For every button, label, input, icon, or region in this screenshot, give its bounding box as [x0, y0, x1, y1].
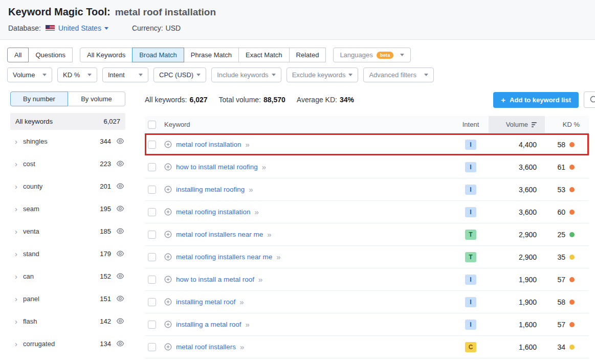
eye-icon[interactable]	[116, 204, 124, 213]
database-selector[interactable]: United States	[58, 24, 108, 32]
filter-dropdown[interactable]: Advanced filters	[363, 67, 434, 82]
kd-difficulty-dot	[569, 322, 575, 327]
row-checkbox[interactable]	[148, 276, 156, 284]
add-keyword-icon[interactable]	[164, 276, 172, 283]
row-checkbox[interactable]	[148, 231, 156, 239]
expand-arrows-icon[interactable]: »	[255, 208, 259, 216]
filter-dropdown[interactable]: Exclude keywords	[287, 67, 359, 82]
add-keyword-icon[interactable]	[164, 208, 172, 216]
expand-arrows-icon[interactable]: »	[258, 276, 262, 283]
keyword-group-item[interactable]: › stand 179	[10, 242, 125, 265]
row-checkbox[interactable]	[148, 321, 156, 329]
keyword-group-item[interactable]: › corrugated 134	[10, 332, 125, 355]
keyword-link[interactable]: how to install metal roofing	[176, 163, 258, 171]
keyword-group-item[interactable]: › cost 223	[10, 152, 125, 175]
eye-icon[interactable]	[116, 227, 124, 235]
expand-arrows-icon[interactable]: »	[276, 253, 280, 261]
match-type-tab[interactable]: All Keywords	[80, 48, 133, 62]
keyword-link[interactable]: metal roof installers	[176, 343, 236, 351]
row-checkbox[interactable]	[148, 186, 156, 194]
keyword-link[interactable]: installing metal roof	[176, 298, 235, 306]
filter-dropdown[interactable]: Volume	[7, 67, 52, 82]
match-type-tab-label: Exact Match	[246, 51, 282, 59]
keyword-link[interactable]: metal roof installation	[176, 141, 241, 148]
eye-icon[interactable]	[116, 317, 124, 325]
add-keyword-icon[interactable]	[164, 141, 172, 148]
filter-dropdown-label: Intent	[108, 71, 125, 79]
add-keyword-icon[interactable]	[164, 298, 172, 306]
keyword-cell: how to install metal roofing »	[164, 163, 453, 171]
kd-column-header[interactable]: KD %	[545, 121, 589, 128]
keyword-link[interactable]: metal roofing installers near me	[176, 253, 272, 261]
keyword-link[interactable]: installing a metal roof	[176, 321, 241, 328]
keyword-group-count: 195	[97, 205, 111, 213]
expand-arrows-icon[interactable]: »	[267, 231, 271, 238]
refresh-button[interactable]	[584, 92, 595, 108]
eye-icon[interactable]	[116, 160, 124, 168]
scope-tab[interactable]: Questions	[28, 48, 73, 62]
chevron-down-icon	[87, 74, 92, 76]
kd-cell: 34	[545, 343, 589, 351]
add-keyword-icon[interactable]	[164, 321, 172, 328]
keyword-group-item[interactable]: › county 201	[10, 175, 125, 197]
all-keywords-group[interactable]: All keywords 6,027	[10, 113, 125, 130]
match-type-tab[interactable]: Exact Match	[238, 48, 290, 62]
add-keyword-icon[interactable]	[164, 186, 172, 193]
intent-badge: C	[465, 342, 476, 352]
add-keyword-icon[interactable]	[164, 343, 172, 351]
keyword-cell: installing metal roofing »	[164, 186, 453, 193]
eye-icon[interactable]	[116, 339, 124, 348]
summary-bar: All keywords: 6,027 Total volume: 88,570…	[145, 92, 595, 108]
add-to-keyword-list-button[interactable]: + Add to keyword list	[493, 92, 579, 108]
volume-column-header[interactable]: Volume	[489, 116, 545, 133]
keyword-group-item[interactable]: › can 152	[10, 265, 125, 287]
keyword-group-item[interactable]: › flash 142	[10, 310, 125, 332]
keyword-link[interactable]: metal roofing installation	[176, 208, 251, 216]
keyword-group-item[interactable]: › shingles 344	[10, 130, 125, 152]
eye-icon[interactable]	[116, 272, 124, 280]
keyword-group-item[interactable]: › seam 195	[10, 197, 125, 220]
keyword-group-count: 151	[97, 295, 111, 303]
expand-arrows-icon[interactable]: »	[246, 141, 250, 148]
keyword-group-item[interactable]: › venta 185	[10, 220, 125, 242]
keyword-link[interactable]: metal roof installers near me	[176, 231, 263, 238]
row-checkbox[interactable]	[148, 253, 156, 261]
row-checkbox[interactable]	[148, 343, 156, 351]
eye-icon[interactable]	[116, 294, 124, 303]
expand-arrows-icon[interactable]: »	[239, 298, 244, 306]
add-keyword-icon[interactable]	[164, 163, 172, 171]
row-checkbox[interactable]	[148, 298, 156, 306]
filter-dropdown[interactable]: Include keywords	[211, 67, 281, 82]
filter-dropdown[interactable]: KD %	[57, 67, 97, 82]
keyword-link[interactable]: how to install a metal roof	[176, 276, 254, 283]
keyword-link[interactable]: installing metal roofing	[176, 186, 245, 193]
by-number-toggle[interactable]: By number	[10, 92, 68, 106]
kd-cell: 60	[545, 208, 589, 216]
keyword-group-item[interactable]: › panel 151	[10, 287, 125, 310]
row-checkbox[interactable]	[148, 208, 156, 216]
row-checkbox[interactable]	[148, 163, 156, 171]
row-checkbox[interactable]	[148, 141, 156, 149]
eye-icon[interactable]	[116, 249, 124, 258]
by-volume-toggle[interactable]: By volume	[68, 92, 125, 106]
match-type-tab[interactable]: Related	[289, 48, 326, 62]
expand-arrows-icon[interactable]: »	[262, 163, 266, 171]
add-keyword-icon[interactable]	[164, 231, 172, 238]
select-all-checkbox[interactable]	[148, 121, 156, 129]
filter-dropdown[interactable]: CPC (USD)	[153, 67, 206, 82]
scope-tab[interactable]: All	[7, 48, 29, 62]
add-keyword-icon[interactable]	[164, 253, 172, 261]
eye-icon[interactable]	[116, 182, 124, 190]
keyword-groups-list: › shingles 344 › cost	[10, 130, 125, 355]
expand-arrows-icon[interactable]: »	[249, 186, 253, 193]
expand-arrows-icon[interactable]: »	[246, 321, 250, 328]
match-type-tab[interactable]: Phrase Match	[184, 48, 239, 62]
filter-dropdown[interactable]: Intent	[102, 67, 148, 82]
chevron-down-icon	[400, 54, 404, 56]
languages-dropdown[interactable]: Languages beta	[333, 48, 411, 62]
eye-icon[interactable]	[116, 137, 124, 145]
keyword-groups-sidebar: By number By volume All keywords 6,027 ›…	[10, 92, 125, 358]
match-type-tab[interactable]: Broad Match	[132, 48, 184, 62]
expand-arrows-icon[interactable]: »	[240, 343, 244, 351]
row-check-cell	[145, 141, 164, 149]
